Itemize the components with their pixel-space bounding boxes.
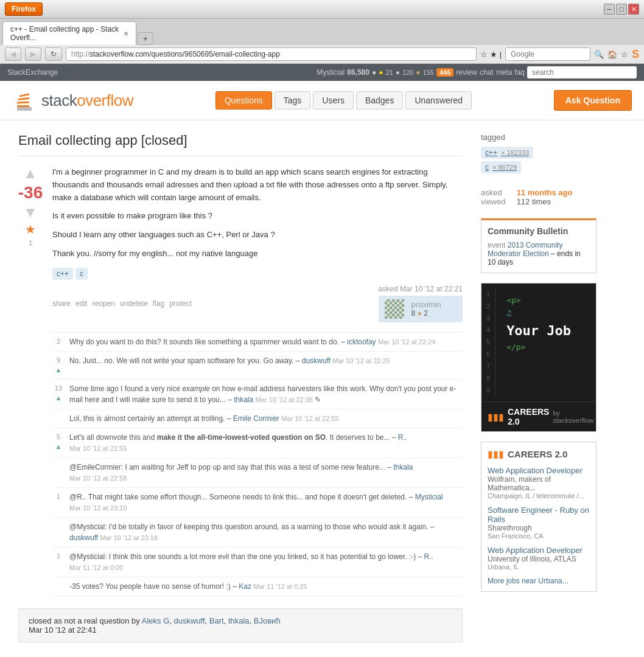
closer-aleks[interactable]: Aleks G bbox=[142, 616, 170, 625]
job2-company: Sharethrough bbox=[488, 524, 590, 532]
forward-button[interactable]: ▶ bbox=[25, 47, 41, 61]
tab-close-icon[interactable]: ✕ bbox=[124, 30, 128, 37]
comment-text-6: @EmileCormier: I am waiting for Jeff to … bbox=[69, 462, 463, 484]
user-link[interactable]: Mysticial bbox=[317, 68, 345, 77]
share-link[interactable]: share bbox=[52, 299, 71, 308]
bullet3: ● bbox=[416, 68, 420, 77]
reopen-link[interactable]: reopen bbox=[92, 299, 114, 308]
comment-author-thkala[interactable]: thkala bbox=[234, 395, 253, 404]
comment-author-r[interactable]: R.. bbox=[398, 433, 407, 442]
more-jobs-link[interactable]: More jobs near Urbana... bbox=[488, 577, 590, 585]
nav-icons: ☆ ★ | bbox=[480, 50, 502, 59]
careers-code-pre: <p> ♫ Your Job </p> bbox=[500, 288, 577, 397]
nav-questions[interactable]: Questions bbox=[215, 91, 272, 109]
firefox-button[interactable]: Firefox bbox=[5, 2, 43, 16]
comment-author-mysticial[interactable]: Mysticial bbox=[415, 493, 443, 501]
careers-jobs-title: CAREERS 2.0 bbox=[508, 449, 567, 459]
comment-vote-4 bbox=[52, 413, 65, 424]
history-icon[interactable]: ★ bbox=[490, 50, 497, 59]
sidebar-tag-cpp-name: c++ bbox=[485, 148, 497, 157]
close-button[interactable]: ✕ bbox=[628, 4, 639, 15]
search-icon[interactable]: 🔍 bbox=[594, 50, 604, 59]
ask-question-button[interactable]: Ask Question bbox=[554, 90, 632, 111]
comment-time-6: Mar 10 '12 at 22:58 bbox=[69, 474, 127, 482]
upvote-button[interactable]: ▲ bbox=[23, 166, 38, 181]
comment-author-kaz[interactable]: Kaz bbox=[239, 582, 251, 591]
careers-jobs-bar-icon: ▮▮▮ bbox=[488, 448, 504, 460]
main-content: Email collecting app [closed] ▲ -36 ▼ ★ … bbox=[0, 120, 475, 655]
asked-row: asked 11 months ago bbox=[481, 188, 597, 197]
viewed-value: 112 times bbox=[517, 197, 551, 206]
closer-thkala[interactable]: thkala bbox=[228, 616, 250, 625]
meta-link[interactable]: meta bbox=[496, 68, 513, 77]
job1-title[interactable]: Web Application Developer bbox=[488, 466, 590, 475]
favorite-star-icon[interactable]: ★ bbox=[25, 222, 36, 237]
tag-cpp[interactable]: c++ bbox=[52, 268, 73, 280]
closer-duskwuff[interactable]: duskwuff bbox=[173, 616, 205, 625]
question-para-4: Thank you. //sorry for my english... not… bbox=[52, 248, 463, 260]
minimize-button[interactable]: ─ bbox=[604, 4, 615, 15]
comment-vote-5: 5 ▲ bbox=[52, 432, 65, 454]
comment-time-7: Mar 10 '12 at 23:10 bbox=[69, 504, 127, 512]
comment-author-emile[interactable]: Emile Cormier bbox=[233, 414, 279, 423]
sidebar-tag-cpp-count: × 182333 bbox=[501, 149, 529, 156]
address-bar[interactable]: http:// stackoverflow.com/questions/9650… bbox=[66, 47, 477, 61]
active-tab[interactable]: c++ - Email collecting app - Stack Overf… bbox=[2, 21, 136, 45]
tag-cpp-row: c++ × 182333 bbox=[481, 147, 597, 161]
tag-c[interactable]: c bbox=[75, 268, 88, 280]
bookmark-star-icon[interactable]: ☆ bbox=[621, 50, 628, 59]
sidebar-tag-cpp[interactable]: c++ × 182333 bbox=[481, 147, 533, 159]
question-para-2: Is it even possible to make program like… bbox=[52, 210, 463, 223]
edit-link[interactable]: edit bbox=[75, 299, 87, 308]
comment-author-thkala2[interactable]: thkala bbox=[393, 463, 413, 471]
review-link[interactable]: review bbox=[456, 68, 477, 77]
question-title: Email collecting app [closed] bbox=[18, 133, 463, 156]
back-button[interactable]: ◀ bbox=[5, 47, 21, 61]
question-body: I'm a beginner programmer in C and my dr… bbox=[52, 166, 463, 596]
comment-text-7: @R.. That might take some effort though.… bbox=[69, 492, 463, 513]
comment-4: Lol, this is almost certainly an attempt… bbox=[52, 409, 463, 428]
comment-time-8: Mar 10 '12 at 23:18 bbox=[100, 534, 157, 541]
comment-author-icktoofay[interactable]: icktoofay bbox=[347, 338, 376, 346]
refresh-icon: | bbox=[500, 50, 502, 59]
faq-link[interactable]: faq bbox=[514, 68, 525, 77]
downvote-button[interactable]: ▼ bbox=[23, 205, 38, 220]
gold-badge-count: 21 bbox=[385, 69, 393, 76]
flag-link[interactable]: flag bbox=[153, 299, 164, 308]
nav-tags[interactable]: Tags bbox=[275, 91, 311, 109]
maximize-button[interactable]: □ bbox=[616, 4, 627, 15]
stackexchange-link[interactable]: StackExchange bbox=[7, 68, 58, 77]
browser-search-input[interactable] bbox=[505, 47, 590, 61]
svg-rect-3 bbox=[19, 93, 29, 97]
asker-rep-badges: 8 ● 2 bbox=[411, 309, 441, 318]
closer-bjovic[interactable]: BJовић bbox=[254, 616, 281, 625]
sidebar-tag-c[interactable]: c × 86729 bbox=[481, 161, 521, 173]
closer-bart[interactable]: Bart bbox=[209, 616, 224, 625]
comment-author-r2[interactable]: R.. bbox=[424, 552, 433, 561]
nav-users[interactable]: Users bbox=[313, 91, 354, 109]
undelete-link[interactable]: undelete bbox=[120, 299, 148, 308]
nav-unanswered[interactable]: Unanswered bbox=[405, 91, 472, 109]
protect-link[interactable]: protect bbox=[169, 299, 192, 308]
toolbar-search-input[interactable] bbox=[527, 66, 637, 78]
comment-author-duskwuff2[interactable]: duskwuff bbox=[69, 534, 98, 542]
review-badge: 446 bbox=[436, 68, 453, 77]
comment-8: @Mysticial: I'd be totally in favor of k… bbox=[52, 518, 463, 548]
viewed-label: viewed bbox=[481, 197, 514, 206]
comment-7: 1 @R.. That might take some effort thoug… bbox=[52, 488, 463, 518]
careers-banner[interactable]: 123456789 <p> ♫ Your Job </p> ▮▮▮ CAREER… bbox=[481, 283, 597, 432]
comment-author-duskwuff[interactable]: duskwuff bbox=[302, 356, 331, 365]
job2-title[interactable]: Software Engineer - Ruby on Rails bbox=[488, 506, 590, 524]
home-icon[interactable]: 🏠 bbox=[607, 50, 617, 59]
reload-button[interactable]: ↻ bbox=[45, 47, 62, 61]
bookmark-icon[interactable]: ☆ bbox=[480, 50, 488, 59]
asked-value: 11 months ago bbox=[517, 188, 573, 197]
new-tab-button[interactable]: + bbox=[138, 32, 153, 45]
bulletin-title: Community Bulletin bbox=[488, 226, 590, 236]
url-scheme: http:// bbox=[71, 50, 89, 58]
asker-name-link[interactable]: proximin bbox=[411, 300, 441, 309]
job3-title[interactable]: Web Application Developer bbox=[488, 546, 590, 555]
nav-badges[interactable]: Badges bbox=[356, 91, 403, 109]
chat-link[interactable]: chat bbox=[480, 68, 494, 77]
svg-rect-6 bbox=[29, 107, 32, 111]
